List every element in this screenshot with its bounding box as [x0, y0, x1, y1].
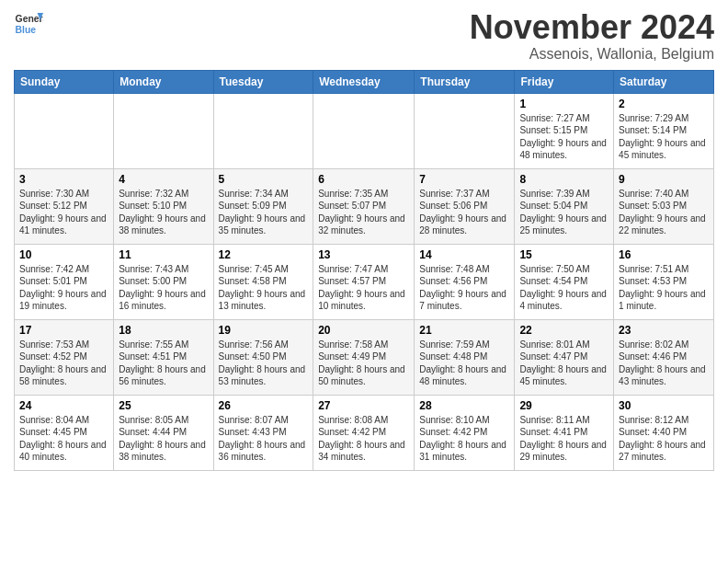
calendar-cell: 7Sunrise: 7:37 AMSunset: 5:06 PMDaylight…: [415, 168, 515, 244]
day-number: 1: [519, 98, 609, 110]
day-info: Sunrise: 7:39 AMSunset: 5:04 PMDaylight:…: [519, 188, 609, 237]
calendar-cell: 8Sunrise: 7:39 AMSunset: 5:04 PMDaylight…: [515, 168, 614, 244]
day-info: Sunrise: 7:43 AMSunset: 5:00 PMDaylight:…: [119, 263, 208, 313]
day-info: Sunrise: 7:30 AMSunset: 5:12 PMDaylight:…: [19, 188, 108, 237]
calendar-cell: 24Sunrise: 8:04 AMSunset: 4:45 PMDayligh…: [15, 395, 114, 470]
day-info: Sunrise: 8:07 AMSunset: 4:43 PMDaylight:…: [219, 414, 309, 464]
day-info: Sunrise: 7:59 AMSunset: 4:48 PMDaylight:…: [419, 339, 509, 388]
day-info: Sunrise: 7:42 AMSunset: 5:01 PMDaylight:…: [19, 263, 108, 313]
calendar-cell: 4Sunrise: 7:32 AMSunset: 5:10 PMDaylight…: [114, 168, 213, 244]
day-info: Sunrise: 7:37 AMSunset: 5:06 PMDaylight:…: [419, 188, 509, 237]
calendar-cell: 25Sunrise: 8:05 AMSunset: 4:44 PMDayligh…: [114, 395, 213, 470]
calendar-cell: 22Sunrise: 8:01 AMSunset: 4:47 PMDayligh…: [515, 319, 614, 395]
day-info: Sunrise: 8:02 AMSunset: 4:46 PMDaylight:…: [619, 339, 709, 388]
calendar-cell: [313, 93, 415, 168]
day-info: Sunrise: 7:48 AMSunset: 4:56 PMDaylight:…: [419, 263, 509, 313]
day-header-friday: Friday: [515, 70, 614, 93]
day-info: Sunrise: 7:40 AMSunset: 5:03 PMDaylight:…: [619, 188, 709, 237]
day-number: 15: [519, 248, 609, 261]
day-number: 10: [19, 248, 108, 261]
calendar-cell: 28Sunrise: 8:10 AMSunset: 4:42 PMDayligh…: [415, 395, 515, 470]
day-number: 11: [119, 248, 208, 261]
day-info: Sunrise: 7:32 AMSunset: 5:10 PMDaylight:…: [119, 188, 208, 237]
day-number: 23: [619, 324, 709, 337]
calendar-cell: 3Sunrise: 7:30 AMSunset: 5:12 PMDaylight…: [15, 168, 114, 244]
day-header-wednesday: Wednesday: [313, 70, 415, 93]
day-number: 26: [219, 399, 309, 412]
calendar-cell: [114, 93, 213, 168]
day-info: Sunrise: 7:27 AMSunset: 5:15 PMDaylight:…: [519, 112, 609, 162]
day-number: 25: [119, 399, 208, 412]
calendar-cell: 1Sunrise: 7:27 AMSunset: 5:15 PMDaylight…: [515, 93, 614, 168]
logo: General Blue: [14, 9, 43, 39]
day-number: 13: [318, 248, 409, 261]
location: Assenois, Wallonia, Belgium: [470, 46, 714, 63]
calendar-cell: 21Sunrise: 7:59 AMSunset: 4:48 PMDayligh…: [415, 319, 515, 395]
calendar-cell: 17Sunrise: 7:53 AMSunset: 4:52 PMDayligh…: [15, 319, 114, 395]
calendar-week-2: 3Sunrise: 7:30 AMSunset: 5:12 PMDaylight…: [15, 168, 714, 244]
day-number: 28: [419, 399, 509, 412]
day-number: 14: [419, 248, 509, 261]
day-number: 24: [19, 399, 108, 412]
day-number: 7: [419, 173, 509, 186]
day-info: Sunrise: 7:53 AMSunset: 4:52 PMDaylight:…: [19, 339, 108, 388]
calendar-table: SundayMondayTuesdayWednesdayThursdayFrid…: [14, 70, 714, 471]
month-title: November 2024: [470, 9, 714, 46]
svg-text:Blue: Blue: [16, 25, 37, 35]
day-header-monday: Monday: [114, 70, 213, 93]
calendar-week-1: 1Sunrise: 7:27 AMSunset: 5:15 PMDaylight…: [15, 93, 714, 168]
calendar-cell: 30Sunrise: 8:12 AMSunset: 4:40 PMDayligh…: [614, 395, 714, 470]
day-info: Sunrise: 8:05 AMSunset: 4:44 PMDaylight:…: [119, 414, 208, 464]
calendar-week-4: 17Sunrise: 7:53 AMSunset: 4:52 PMDayligh…: [15, 319, 714, 395]
day-number: 9: [619, 173, 709, 186]
calendar-week-5: 24Sunrise: 8:04 AMSunset: 4:45 PMDayligh…: [15, 395, 714, 470]
day-header-sunday: Sunday: [15, 70, 114, 93]
calendar-cell: 12Sunrise: 7:45 AMSunset: 4:58 PMDayligh…: [213, 244, 313, 319]
calendar-cell: 26Sunrise: 8:07 AMSunset: 4:43 PMDayligh…: [213, 395, 313, 470]
day-info: Sunrise: 8:04 AMSunset: 4:45 PMDaylight:…: [19, 414, 108, 464]
day-number: 22: [519, 324, 609, 337]
day-number: 17: [19, 324, 108, 337]
day-number: 16: [619, 248, 709, 261]
calendar-cell: 15Sunrise: 7:50 AMSunset: 4:54 PMDayligh…: [515, 244, 614, 319]
calendar-cell: 18Sunrise: 7:55 AMSunset: 4:51 PMDayligh…: [114, 319, 213, 395]
day-number: 29: [519, 399, 609, 412]
day-header-saturday: Saturday: [614, 70, 714, 93]
day-info: Sunrise: 8:01 AMSunset: 4:47 PMDaylight:…: [519, 339, 609, 388]
main-container: General Blue November 2024 Assenois, Wal…: [0, 0, 728, 480]
day-number: 27: [318, 399, 409, 412]
day-info: Sunrise: 7:29 AMSunset: 5:14 PMDaylight:…: [619, 112, 709, 162]
calendar-cell: 19Sunrise: 7:56 AMSunset: 4:50 PMDayligh…: [213, 319, 313, 395]
day-header-thursday: Thursday: [415, 70, 515, 93]
calendar-cell: [213, 93, 313, 168]
calendar-cell: 23Sunrise: 8:02 AMSunset: 4:46 PMDayligh…: [614, 319, 714, 395]
day-info: Sunrise: 8:08 AMSunset: 4:42 PMDaylight:…: [318, 414, 409, 464]
day-info: Sunrise: 7:50 AMSunset: 4:54 PMDaylight:…: [519, 263, 609, 313]
day-number: 20: [318, 324, 409, 337]
calendar-cell: 20Sunrise: 7:58 AMSunset: 4:49 PMDayligh…: [313, 319, 415, 395]
calendar-cell: 13Sunrise: 7:47 AMSunset: 4:57 PMDayligh…: [313, 244, 415, 319]
day-info: Sunrise: 7:34 AMSunset: 5:09 PMDaylight:…: [219, 188, 309, 237]
calendar-cell: [415, 93, 515, 168]
day-info: Sunrise: 7:45 AMSunset: 4:58 PMDaylight:…: [219, 263, 309, 313]
header: General Blue November 2024 Assenois, Wal…: [14, 9, 714, 63]
day-number: 18: [119, 324, 208, 337]
calendar-cell: 29Sunrise: 8:11 AMSunset: 4:41 PMDayligh…: [515, 395, 614, 470]
day-number: 4: [119, 173, 208, 186]
day-number: 30: [619, 399, 709, 412]
day-number: 21: [419, 324, 509, 337]
day-number: 19: [219, 324, 309, 337]
calendar-header-row: SundayMondayTuesdayWednesdayThursdayFrid…: [15, 70, 714, 93]
calendar-cell: 9Sunrise: 7:40 AMSunset: 5:03 PMDaylight…: [614, 168, 714, 244]
day-number: 6: [318, 173, 409, 186]
day-number: 2: [619, 98, 709, 110]
day-info: Sunrise: 7:47 AMSunset: 4:57 PMDaylight:…: [318, 263, 409, 313]
day-info: Sunrise: 7:51 AMSunset: 4:53 PMDaylight:…: [619, 263, 709, 313]
day-info: Sunrise: 7:58 AMSunset: 4:49 PMDaylight:…: [318, 339, 409, 388]
calendar-cell: 5Sunrise: 7:34 AMSunset: 5:09 PMDaylight…: [213, 168, 313, 244]
calendar-cell: 16Sunrise: 7:51 AMSunset: 4:53 PMDayligh…: [614, 244, 714, 319]
day-info: Sunrise: 7:56 AMSunset: 4:50 PMDaylight:…: [219, 339, 309, 388]
day-number: 8: [519, 173, 609, 186]
day-info: Sunrise: 8:11 AMSunset: 4:41 PMDaylight:…: [519, 414, 609, 464]
day-info: Sunrise: 7:35 AMSunset: 5:07 PMDaylight:…: [318, 188, 409, 237]
